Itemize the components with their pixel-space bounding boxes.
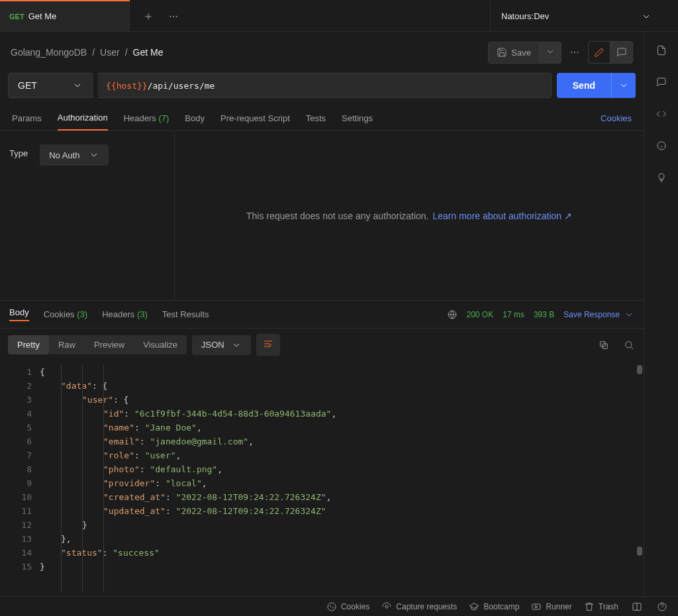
code-icon[interactable] <box>655 107 668 121</box>
format-select[interactable]: JSON <box>192 335 251 355</box>
url-input[interactable]: {{host}}/api/users/me <box>98 73 552 98</box>
response-tab-body[interactable]: Body <box>9 307 29 321</box>
globe-icon <box>447 309 458 320</box>
documentation-icon[interactable] <box>655 44 668 57</box>
auth-message: This request does not use any authorizat… <box>246 211 429 221</box>
save-button[interactable]: Save <box>488 42 540 64</box>
comment-icon[interactable] <box>610 41 633 64</box>
send-button[interactable]: Send <box>557 73 611 98</box>
save-options-button[interactable] <box>540 42 561 64</box>
tab-bar: GET Get Me Natours:Dev <box>0 1 678 32</box>
footer-bootcamp[interactable]: Bootcamp <box>469 601 519 612</box>
url-path: /api/users/me <box>148 81 215 91</box>
response-size: 393 B <box>534 310 554 319</box>
svg-point-5 <box>574 52 575 52</box>
svg-point-10 <box>626 341 632 347</box>
tab-settings[interactable]: Settings <box>342 107 373 130</box>
chevron-down-icon <box>641 11 652 22</box>
wrap-lines-button[interactable] <box>256 334 280 356</box>
save-icon <box>497 47 507 58</box>
tab-prerequest[interactable]: Pre-request Script <box>220 107 290 130</box>
svg-point-14 <box>332 607 333 607</box>
tab-tests[interactable]: Tests <box>306 107 326 130</box>
chevron-down-icon <box>89 150 99 160</box>
more-tabs-icon[interactable] <box>167 10 180 23</box>
cookies-link[interactable]: Cookies <box>601 113 632 123</box>
scrollbar-thumb[interactable] <box>637 546 642 556</box>
tab-method: GET <box>9 13 24 21</box>
environment-name: Natours:Dev <box>501 11 549 21</box>
help-icon[interactable] <box>655 600 669 613</box>
save-response-button[interactable]: Save Response <box>563 309 634 320</box>
copy-icon[interactable] <box>597 338 610 352</box>
auth-learn-more-link[interactable]: Learn more about authorization ↗ <box>433 211 572 221</box>
response-tab-cookies[interactable]: Cookies (3) <box>44 309 87 319</box>
breadcrumb-request: Get Me <box>133 47 164 58</box>
tab-body[interactable]: Body <box>185 107 205 130</box>
breadcrumb-collection[interactable]: Golang_MongoDB <box>11 47 87 58</box>
edit-icon[interactable] <box>588 41 610 64</box>
footer-trash[interactable]: Trash <box>584 601 618 612</box>
send-options-button[interactable] <box>611 73 636 98</box>
chevron-down-icon <box>72 80 83 91</box>
response-time: 17 ms <box>503 310 524 319</box>
svg-point-0 <box>170 16 171 17</box>
request-tab[interactable]: GET Get Me <box>0 1 130 31</box>
view-visualize[interactable]: Visualize <box>134 335 187 354</box>
search-icon[interactable] <box>622 338 636 352</box>
url-variable: {{host}} <box>106 81 148 91</box>
footer-cookies[interactable]: Cookies <box>326 601 369 612</box>
chevron-down-icon <box>624 309 634 320</box>
svg-point-13 <box>330 605 330 606</box>
response-tab-headers[interactable]: Headers (3) <box>102 309 148 319</box>
breadcrumb-folder[interactable]: User <box>100 47 120 58</box>
method-select[interactable]: GET <box>8 73 93 98</box>
environment-quicklook-icon[interactable] <box>662 10 678 23</box>
panes-icon[interactable] <box>630 600 644 613</box>
lightbulb-icon[interactable] <box>655 171 668 184</box>
auth-type-label: Type <box>9 144 28 158</box>
view-raw[interactable]: Raw <box>49 335 85 354</box>
response-tab-test-results[interactable]: Test Results <box>162 309 209 319</box>
footer-runner[interactable]: Runner <box>531 601 571 612</box>
info-icon[interactable] <box>655 139 668 152</box>
response-body[interactable]: 123456789101112131415 {"data": {"user": … <box>0 361 644 596</box>
svg-point-6 <box>577 52 578 52</box>
auth-type-select[interactable]: No Auth <box>40 144 109 166</box>
status-code: 200 OK <box>467 310 494 319</box>
status-bar: Cookies Capture requests Bootcamp Runner… <box>0 596 678 616</box>
tab-headers[interactable]: Headers (7) <box>124 107 170 130</box>
svg-point-15 <box>385 605 388 608</box>
more-actions-icon[interactable] <box>568 46 581 59</box>
svg-point-2 <box>176 16 177 17</box>
tab-params[interactable]: Params <box>12 107 42 130</box>
svg-rect-16 <box>532 604 540 609</box>
footer-capture[interactable]: Capture requests <box>381 601 457 612</box>
svg-point-4 <box>571 52 572 52</box>
breadcrumb: Golang_MongoDB / User / Get Me <box>11 47 163 58</box>
view-preview[interactable]: Preview <box>85 335 134 354</box>
environment-select[interactable]: Natours:Dev <box>490 1 662 31</box>
chevron-down-icon <box>231 340 242 350</box>
tab-authorization[interactable]: Authorization <box>58 106 108 130</box>
new-tab-icon[interactable] <box>142 10 155 23</box>
svg-point-12 <box>328 603 336 611</box>
tab-title: Get Me <box>28 11 57 21</box>
svg-point-1 <box>173 16 173 17</box>
view-pretty[interactable]: Pretty <box>8 335 49 354</box>
scrollbar-thumb[interactable] <box>637 365 642 374</box>
comments-icon[interactable] <box>655 76 668 89</box>
